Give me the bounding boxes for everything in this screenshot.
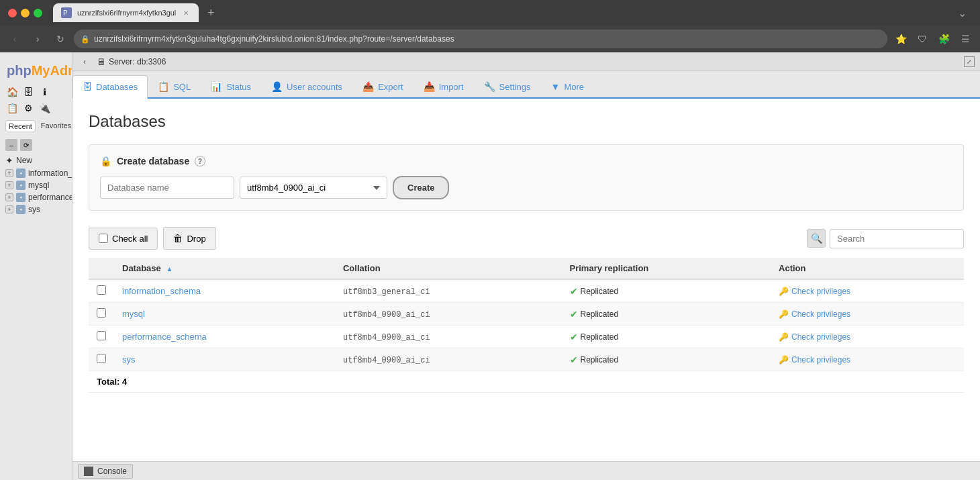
maximize-traffic-light[interactable] [34,9,42,17]
tab-status[interactable]: 📊 Status [201,75,261,97]
create-database-button[interactable]: Create [393,176,449,199]
database-name-input[interactable] [100,177,234,199]
url-text: uznrzifslxi6rifrnyrm4xfytkn3guluha4tg6gx… [94,34,454,44]
collation-select[interactable]: utf8mb4_0900_ai_ci utf8_general_ci latin… [240,177,387,199]
replication-text-2: Replicated [581,332,619,342]
action-icon-0: 🔑 [779,287,789,296]
action-link-2[interactable]: 🔑 Check privileges [779,332,956,342]
sort-icon: ▲ [166,265,173,273]
row-checkbox-0[interactable] [97,285,106,295]
address-bar[interactable]: 🔒 uznrzifslxi6rifrnyrm4xfytkn3guluha4tg6… [74,30,887,48]
action-icon-1: 🔑 [779,309,789,319]
active-tab[interactable]: P uznrzifslxi6rifrnyrm4xfytkn3gul ✕ [53,3,199,22]
page-title: Databases [89,112,964,131]
th-action: Action [771,258,964,279]
row-replication-cell: ✔ Replicated [562,326,771,348]
tab-list-button[interactable]: ⌄ [958,7,967,19]
check-icon-1: ✔ [570,309,578,320]
reload-button[interactable]: ↻ [51,30,70,48]
bookmark-button[interactable]: ⭐ [891,30,910,48]
shield-button[interactable]: 🛡 [913,30,932,48]
expand-icon[interactable]: + [5,193,13,201]
replication-badge-2: ✔ Replicated [570,332,763,342]
sidebar-tab-favorites[interactable]: Favorites [38,120,72,132]
row-db-name-cell: mysql [114,303,335,326]
close-traffic-light[interactable] [8,9,17,17]
plugin-icon[interactable]: 🔌 [38,101,51,115]
new-tab-button[interactable]: + [201,3,220,22]
tab-settings-label: Settings [499,82,531,92]
check-all-checkbox[interactable] [99,234,108,243]
tab-more[interactable]: ▼ More [541,75,594,97]
db-name: information_schema [28,169,72,178]
row-checkbox-1[interactable] [97,308,106,318]
search-input[interactable] [830,229,964,248]
row-checkbox-cell [89,303,114,326]
tab-export[interactable]: 📤 Export [352,75,413,97]
expand-icon[interactable]: + [5,181,13,189]
sidebar-db-sys[interactable]: + ▪ sys [0,203,72,215]
tab-databases[interactable]: 🗄 Databases [72,75,148,99]
action-link-0[interactable]: 🔑 Check privileges [779,287,956,296]
expand-icon[interactable]: + [5,169,13,177]
server-icon: 🖥 [97,56,106,67]
sidebar-tab-recent[interactable]: Recent [5,120,36,132]
drop-button[interactable]: 🗑 Drop [163,227,215,250]
tab-close-button[interactable]: ✕ [181,8,191,17]
database-icon[interactable]: 🗄 [21,85,35,99]
sidebar-db-mysql[interactable]: + ▪ mysql [0,179,72,191]
copy-icon[interactable]: 📋 [5,101,19,115]
action-link-3[interactable]: 🔑 Check privileges [779,355,956,365]
create-db-title: Create database [117,156,189,166]
status-tab-icon: 📊 [211,81,222,92]
create-db-help-icon[interactable]: ? [195,156,205,166]
row-checkbox-cell [89,348,114,371]
menu-button[interactable]: ☰ [956,30,975,48]
th-database[interactable]: Database ▲ [114,258,335,279]
check-all-label: Check all [112,234,148,244]
create-db-form: utf8mb4_0900_ai_ci utf8_general_ci latin… [100,176,952,199]
back-button[interactable]: ‹ [5,30,24,48]
tab-settings[interactable]: 🔧 Settings [474,75,541,97]
check-icon-3: ✔ [570,354,578,365]
tab-sql[interactable]: 📋 SQL [148,75,201,97]
row-collation-cell: utf8mb4_0900_ai_ci [335,348,562,371]
expand-icon[interactable]: + [5,205,13,213]
maximize-button[interactable]: ⤢ [964,56,975,67]
tab-user-accounts-label: User accounts [287,82,342,92]
settings-icon[interactable]: ⚙ [21,101,35,115]
forward-button[interactable]: › [28,30,47,48]
console-bar: Console [72,461,980,480]
extensions-button[interactable]: 🧩 [934,30,953,48]
row-checkbox-cell [89,326,114,348]
row-collation-cell: utf8mb4_0900_ai_ci [335,303,562,326]
row-collation-cell: utf8mb3_general_ci [335,279,562,303]
collapse-all-button[interactable]: – [5,139,17,151]
db-link-information-schema[interactable]: information_schema [122,286,201,296]
db-link-performance-schema[interactable]: performance_schema [122,332,207,342]
action-link-1[interactable]: 🔑 Check privileges [779,309,956,319]
row-collation-cell: utf8mb4_0900_ai_ci [335,326,562,348]
collation-value-1: utf8mb4_0900_ai_ci [343,310,430,320]
table-body: information_schema utf8mb3_general_ci ✔ … [89,279,964,371]
new-database-item[interactable]: ✦ New [0,154,72,167]
db-link-sys[interactable]: sys [122,354,136,365]
reload-nav-button[interactable]: ⟳ [20,139,32,151]
sidebar-db-performance-schema[interactable]: + ▪ performance_schema [0,191,72,203]
check-all-button[interactable]: Check all [89,228,158,250]
console-button[interactable]: Console [78,464,133,479]
th-collation-label: Collation [343,263,381,273]
row-checkbox-3[interactable] [97,354,106,363]
left-controls: Check all 🗑 Drop [89,227,216,250]
minimize-traffic-light[interactable] [21,9,30,17]
home-icon[interactable]: 🏠 [5,85,19,99]
tab-user-accounts[interactable]: 👤 User accounts [261,75,352,97]
server-back-button[interactable]: ‹ [78,55,91,68]
tab-import[interactable]: 📥 Import [413,75,474,97]
row-checkbox-2[interactable] [97,331,106,340]
info-icon[interactable]: ℹ [38,85,51,99]
db-link-mysql[interactable]: mysql [122,309,145,319]
th-action-label: Action [779,263,805,273]
table-header: Database ▲ Collation Primary replication… [89,258,964,279]
sidebar-db-information-schema[interactable]: + ▪ information_schema [0,167,72,179]
